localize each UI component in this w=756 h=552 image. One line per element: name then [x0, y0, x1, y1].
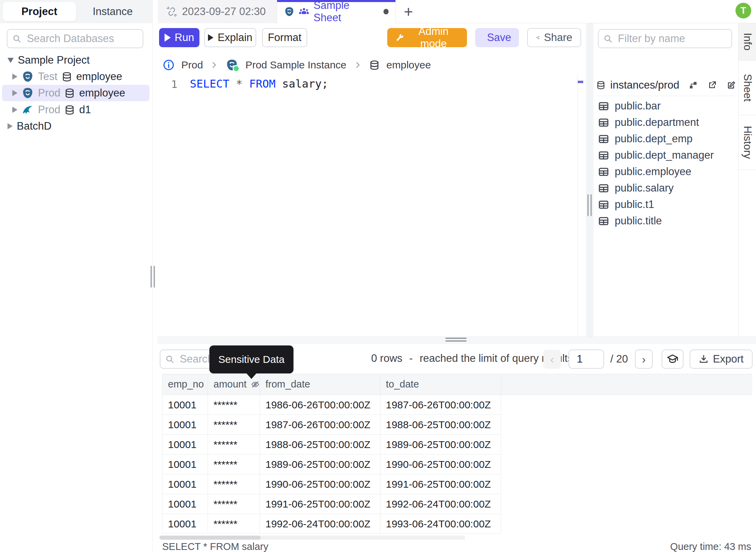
tab-sheet[interactable]: Sheet: [739, 61, 756, 115]
caret-down-icon[interactable]: [8, 58, 14, 63]
edit-icon[interactable]: [727, 80, 735, 91]
team-icon: [299, 6, 309, 17]
table-icon: [598, 183, 609, 194]
table-row[interactable]: 10001 ****** 1991-06-25T00:00:00Z 1992-0…: [162, 494, 752, 514]
new-tab-button[interactable]: +: [400, 3, 417, 20]
cell-to-date: 1993-06-24T00:00:00Z: [380, 514, 501, 534]
table-list-item[interactable]: public.employee: [594, 163, 738, 180]
table-name: public.title: [615, 215, 662, 227]
graduation-cap-button[interactable]: [662, 350, 683, 369]
filter-by-name-input[interactable]: [617, 32, 727, 45]
mysql-icon: [22, 104, 34, 116]
table-row[interactable]: 10001 ****** 1990-06-25T00:00:00Z 1991-0…: [162, 474, 752, 494]
tab-instance[interactable]: Instance: [76, 2, 149, 21]
search-icon: [12, 34, 21, 44]
table-list: public.bar public.department public.dept…: [594, 98, 738, 229]
sidebar-resize-handle[interactable]: [151, 266, 155, 288]
wrench-icon: [395, 32, 404, 43]
share-button[interactable]: Share: [527, 28, 581, 47]
tree-item-sample-project[interactable]: Sample Project: [0, 52, 153, 68]
cell-amount-masked: ******: [208, 395, 260, 415]
postgres-icon: [284, 6, 295, 17]
table-row[interactable]: 10001 ****** 1988-06-25T00:00:00Z 1989-0…: [162, 435, 752, 455]
table-list-item[interactable]: public.dept_manager: [594, 147, 738, 163]
table-row[interactable]: 10001 ****** 1987-06-26T00:00:00Z 1988-0…: [162, 415, 752, 435]
table-list-item[interactable]: public.salary: [594, 180, 738, 196]
table-icon: [598, 101, 609, 112]
sql-code-line[interactable]: SELECT * FROM salary;: [190, 77, 328, 90]
play-icon: [208, 34, 213, 41]
info-icon[interactable]: [163, 59, 174, 71]
results-resize-handle[interactable]: [445, 338, 467, 339]
table-name: public.dept_manager: [615, 149, 714, 161]
external-link-icon[interactable]: [708, 80, 716, 91]
sensitive-data-tooltip: Sensitive Data: [209, 345, 294, 373]
breadcrumb-environment[interactable]: Prod: [181, 59, 203, 71]
results-table: emp_no amount from_date to_date 10001 **…: [162, 374, 752, 534]
cell-amount-masked: ******: [208, 494, 260, 514]
graduation-cap-icon: [666, 353, 679, 365]
cell-from-date: 1991-06-25T00:00:00Z: [260, 494, 380, 514]
unlink-icon: [166, 6, 177, 17]
tab-label: Sample Sheet: [313, 0, 375, 24]
tree-item-prod-d1[interactable]: Prod d1: [0, 102, 153, 118]
cell-emp-no: 10001: [162, 435, 208, 455]
table-name: public.salary: [615, 182, 674, 194]
breadcrumb-database[interactable]: employee: [387, 59, 431, 71]
caret-right-icon[interactable]: [12, 107, 17, 113]
save-button[interactable]: Save: [475, 28, 519, 47]
cell-from-date: 1987-06-26T00:00:00Z: [260, 415, 380, 435]
tab-history[interactable]: History: [739, 115, 756, 170]
caret-right-icon[interactable]: [12, 90, 17, 96]
table-icon: [598, 166, 609, 178]
next-page-button[interactable]: ›: [635, 350, 653, 369]
format-button[interactable]: Format: [262, 28, 307, 47]
run-button[interactable]: Run: [159, 28, 199, 47]
cell-emp-no: 10001: [162, 395, 208, 415]
sidebar: Project Instance Sample Project Test emp…: [0, 0, 153, 552]
table-row[interactable]: 10001 ****** 1986-06-26T00:00:00Z 1987-0…: [162, 395, 752, 415]
database-icon: [369, 60, 380, 70]
sql-editor[interactable]: 1 SELECT * FROM salary;: [157, 75, 577, 337]
table-list-item[interactable]: public.dept_emp: [594, 131, 738, 147]
tab-project[interactable]: Project: [3, 2, 76, 21]
page-number-input[interactable]: [569, 350, 604, 369]
table-list-item[interactable]: public.t1: [594, 196, 738, 213]
column-header-from-date[interactable]: from_date: [260, 374, 380, 395]
database-label: employee: [76, 70, 122, 83]
tab-info[interactable]: Info: [739, 23, 756, 61]
column-header-to-date[interactable]: to_date: [380, 374, 501, 395]
caret-right-icon[interactable]: [8, 123, 13, 129]
tree-item-prod-employee[interactable]: Prod employee: [0, 85, 153, 101]
table-list-item[interactable]: public.title: [594, 213, 738, 229]
search-databases-input[interactable]: [26, 32, 138, 45]
horizontal-scrollbar-thumb[interactable]: [159, 536, 261, 540]
table-list-item[interactable]: public.department: [594, 114, 738, 131]
prev-page-button[interactable]: ‹: [543, 350, 561, 369]
schema-diagram-icon[interactable]: [689, 80, 698, 91]
tree-item-test-employee[interactable]: Test employee: [0, 68, 153, 85]
table-row[interactable]: 10001 ****** 1992-06-24T00:00:00Z 1993-0…: [162, 514, 752, 534]
table-list-item[interactable]: public.bar: [594, 98, 738, 114]
admin-mode-button[interactable]: Admin mode: [387, 28, 467, 47]
user-avatar[interactable]: T: [735, 3, 751, 18]
unsaved-dot-icon: [383, 9, 389, 14]
tree-item-batchd[interactable]: BatchD: [0, 118, 153, 134]
explain-button[interactable]: Explain: [204, 28, 256, 47]
cell-to-date: 1991-06-25T00:00:00Z: [380, 474, 501, 494]
breadcrumb-instance[interactable]: Prod Sample Instance: [245, 59, 346, 71]
export-button[interactable]: Export: [690, 350, 753, 369]
query-time-label: Query time: 43 ms: [670, 541, 751, 552]
results-resize-handle[interactable]: [445, 340, 467, 342]
schema-panel: instances/prod public.bar public.departm…: [594, 23, 738, 337]
database-label: d1: [79, 104, 91, 116]
panel-resize-handle[interactable]: [587, 194, 592, 216]
share-icon: [536, 32, 540, 43]
tab-worksheet-timestamp[interactable]: 2023-09-27 02:30: [158, 0, 277, 23]
column-header-emp-no[interactable]: emp_no: [162, 374, 208, 395]
eye-off-icon[interactable]: [251, 380, 260, 389]
table-row[interactable]: 10001 ****** 1989-06-25T00:00:00Z 1990-0…: [162, 455, 752, 474]
caret-right-icon[interactable]: [12, 74, 17, 80]
tab-label: 2023-09-27 02:30: [182, 5, 266, 18]
tab-sample-sheet-active[interactable]: Sample Sheet: [277, 0, 396, 23]
